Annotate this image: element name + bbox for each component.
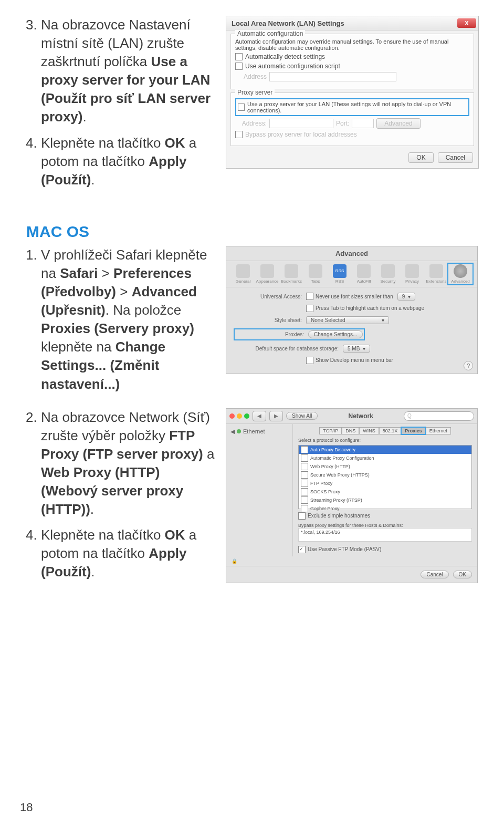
passive-ftp-checkbox[interactable]: Use Passive FTP Mode (PASV) [298,546,381,553]
tab-appearance[interactable]: Appearance [256,264,279,284]
step3-suffix: . [82,109,86,125]
macos-step-1: V prohlížeči Safari klepněte na Safari >… [41,246,215,394]
traffic-lights[interactable] [229,413,249,419]
dialog-title: Local Area Network (LAN) Settings [232,19,344,27]
step-4: Klepněte na tlačítko OK a potom na tlačí… [41,134,215,189]
font-size-select[interactable]: 9▾ [397,293,416,301]
use-proxy-checkbox[interactable]: Use a proxy server for your LAN (These s… [235,98,469,116]
configure-label: Select a protocol to configure: [298,438,472,443]
network-prefs-window: ◀ ▶ Show All Network Q ◀Ethernet TCP/IP [226,408,478,583]
macos-heading: MAC OS [26,223,478,241]
step4-bold1: OK [165,135,185,151]
safari-advanced-title: Advanced [226,249,477,261]
stylesheet-select[interactable]: None Selected▾ [306,316,389,324]
step4-suffix: . [91,172,94,188]
proto-http[interactable]: Web Proxy (HTTP) [299,462,471,471]
advanced-button[interactable]: Advanced [376,118,420,129]
step4-prefix: Klepněte na tlačítko [41,135,165,151]
dialog-titlebar: Local Area Network (LAN) Settings X [226,16,478,30]
develop-menu-checkbox[interactable]: Show Develop menu in menu bar [306,357,393,364]
tab-wins[interactable]: WINS [359,427,379,434]
auto-config-caption: Automatic configuration [235,30,305,37]
proxy-caption: Proxy server [235,89,275,96]
tab-dns[interactable]: DNS [342,427,359,434]
proxy-address-row: Address: Port: Advanced [235,118,469,129]
safari-advanced-window: Advanced General Appearance Bookmarks Ta… [226,246,478,374]
tab-autofill[interactable]: AutoFill [352,264,375,284]
tab-advanced[interactable]: Advanced [449,264,472,284]
ok-button[interactable]: OK [408,152,433,163]
protocol-list[interactable]: Auto Proxy Discovery Automatic Proxy Con… [298,445,472,509]
bypass-label: Bypass proxy settings for these Hosts & … [298,523,472,528]
tab-security[interactable]: Security [376,264,400,284]
net-cancel-button[interactable]: Cancel [421,571,448,578]
tab-extensions[interactable]: Extensions [425,264,448,284]
lock-icon[interactable]: 🔒 [232,558,237,564]
proto-auto-config[interactable]: Automatic Proxy Configuration [299,454,471,462]
lan-settings-dialog: Local Area Network (LAN) Settings X Auto… [226,16,479,169]
back-button[interactable]: ◀ [253,411,266,421]
ethernet-sidebar-item[interactable]: ◀Ethernet [230,428,288,435]
proto-socks[interactable]: SOCKS Proxy [299,488,471,496]
safari-pref-toolbar: General Appearance Bookmarks Tabs RSSRSS… [226,261,477,287]
proto-gopher[interactable]: Gopher Proxy [299,504,471,513]
step-3: Na obrazovce Nastavení místní sítě (LAN)… [41,16,215,127]
auto-config-group: Automatic configuration Automatic config… [230,34,474,89]
cancel-button[interactable]: Cancel [438,152,473,163]
proto-https[interactable]: Secure Web Proxy (HTTPS) [299,471,471,479]
bypass-field[interactable]: *.local, 169.254/16 [298,528,472,542]
proto-ftp[interactable]: FTP Proxy [299,479,471,488]
forward-button[interactable]: ▶ [269,411,283,421]
net-ok-button[interactable]: OK [453,571,472,578]
show-all-button[interactable]: Show All [286,412,318,420]
proto-rtsp[interactable]: Streaming Proxy (RTSP) [299,496,471,504]
network-tabs: TCP/IP DNS WINS 802.1X Proxies Ethernet [298,427,472,434]
tab-rss[interactable]: RSSRSS [328,264,351,284]
close-button[interactable]: X [457,18,476,28]
proxy-server-group: Proxy server Use a proxy server for your… [230,92,474,146]
macos-step-2: Na obrazovce Network (Síť) zrušte výběr … [41,408,215,519]
font-size-checkbox[interactable]: Never use font sizes smaller than [306,293,393,300]
tab-privacy[interactable]: Privacy [401,264,424,284]
tab-ethernet[interactable]: Ethernet [426,427,451,434]
help-button[interactable]: ? [464,361,473,370]
auto-config-desc: Automatic configuration may override man… [235,38,469,51]
page-number: 18 [20,801,33,814]
tab-proxies[interactable]: Proxies [401,427,426,434]
auto-script-checkbox[interactable]: Use automatic configuration script [235,63,469,70]
tab-tcpip[interactable]: TCP/IP [319,427,342,434]
tab-8021x[interactable]: 802.1X [379,427,402,434]
db-storage-select[interactable]: 5 MB▾ [343,345,370,353]
tab-tabs[interactable]: Tabs [304,264,327,284]
press-tab-checkbox[interactable]: Press Tab to highlight each item on a we… [306,305,424,312]
auto-detect-checkbox[interactable]: Automatically detect settings [235,53,469,60]
tab-bookmarks[interactable]: Bookmarks [280,264,303,284]
network-title: Network [321,412,401,420]
macos-step-4: Klepněte na tlačítko OK a potom na tlačí… [41,526,215,581]
search-field[interactable]: Q [404,411,474,421]
change-settings-button[interactable]: Change Settings... [308,330,363,338]
proto-auto-discovery[interactable]: Auto Proxy Discovery [299,446,471,454]
script-address-row: Address [235,72,469,81]
tab-general[interactable]: General [232,264,255,284]
exclude-simple-checkbox[interactable]: Exclude simple hostnames [298,512,370,520]
bypass-local-checkbox[interactable]: Bypass proxy server for local addresses [235,131,469,138]
